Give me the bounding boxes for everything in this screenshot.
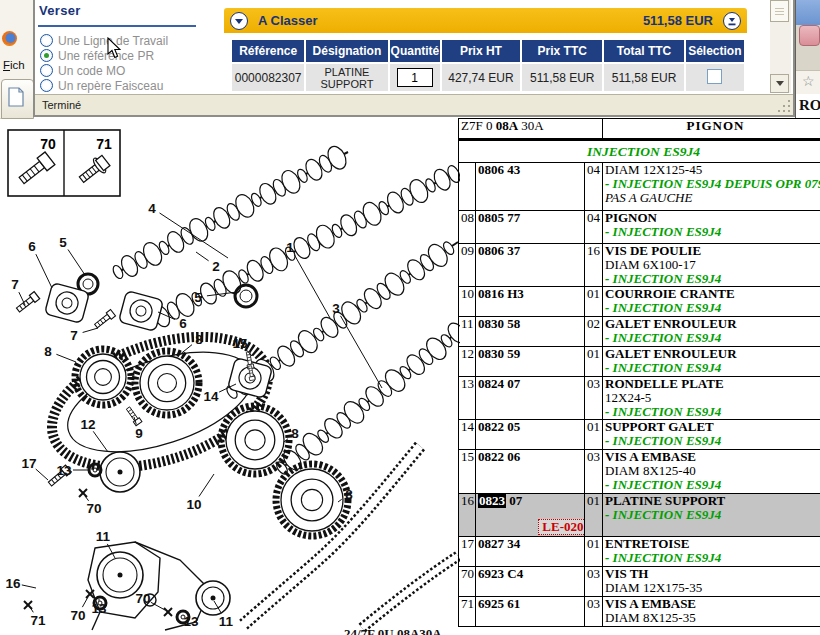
a-classer-panel: A Classer 511,58 EUR Référence Désignati… [224,8,747,93]
part-description: VIS A EMBASEDIAM 8X125-40- INJECTION ES9… [603,450,820,494]
bolt [94,310,116,330]
part-reference[interactable]: 0830 59 [476,347,585,377]
parts-row[interactable]: 160823 07LE-020101PLATINE SUPPORT- INJEC… [459,494,820,537]
part-reference[interactable]: 0822 06 [476,450,585,494]
collapse-icon[interactable] [230,12,248,30]
scrollbar-down-button[interactable] [770,74,789,93]
stop-button[interactable] [799,25,820,46]
cell-total-ttc: 511,58 EUR [604,64,683,91]
a-classer-total: 511,58 EUR [643,13,713,28]
part-reference[interactable]: 0824 07 [476,377,585,420]
scrollbar-thumb[interactable] [770,0,789,22]
callout-leader [82,597,88,607]
parts-row[interactable]: 716925 6103VIS A EMBASEDIAM 8X125-35 [459,597,820,627]
part-reference[interactable]: 0822 05 [476,420,585,450]
radio-option[interactable]: Un code MO [40,63,168,78]
parts-row[interactable]: 150822 0603VIS A EMBASEDIAM 8X125-40- IN… [459,450,820,494]
radio-option[interactable]: Un repère Faisceau [40,78,168,93]
diagram-callout: 2 [212,259,220,274]
part-reference[interactable]: 0827 34 [476,537,585,567]
part-description: SUPPORT GALET- INJECTION ES9J4 [603,420,820,450]
description-line: VIS A EMBASE [605,450,820,464]
part-reference[interactable]: 0816 H3 [476,287,585,317]
selection-checkbox[interactable] [707,69,722,84]
description-line: - INJECTION ES9J4 [605,361,820,375]
callout-leader [294,255,330,318]
part-reference[interactable]: 0806 37 [476,244,585,287]
radio-option[interactable]: Une référence PR [40,48,168,63]
menu-file[interactable]: Fich [3,59,25,71]
dialog-scrollbar[interactable] [770,0,791,93]
radio-button[interactable] [40,34,53,47]
parts-row[interactable]: 100816 H301COURROIE CRANTE- INJECTION ES… [459,287,820,317]
description-line: COURROIE CRANTE [605,287,820,301]
description-line: DIAM 12X125-45 [605,163,820,177]
parts-row[interactable]: 706923 C403VIS THDIAM 12X175-35 [459,567,820,597]
diagram-callout: 16 [5,576,21,591]
parts-row[interactable]: 170827 3401ENTRETOISE- INJECTION ES9J4 [459,537,820,567]
radio-option[interactable]: Une Ligne de Travail [40,33,168,48]
cell-reference: 0000082307 [232,64,304,91]
plate-footer-code: 24/7F 0U 08A30A [344,626,464,635]
parts-row[interactable]: 0806 4304DIAM 12X125-45- INJECTION ES9J4… [459,163,820,211]
parts-table-body: Z7F 0 08A 30A PIGNON INJECTION ES9J4 080… [459,119,820,627]
part-reference[interactable]: 0806 43 [476,163,585,211]
parts-row[interactable]: 140822 0501SUPPORT GALET- INJECTION ES9J… [459,420,820,450]
parts-row[interactable]: 110830 5802GALET ENROULEUR- INJECTION ES… [459,317,820,347]
diagram-callout: 71 [30,613,46,628]
part-reference[interactable]: 0823 07LE-0201 [476,494,585,537]
part-reference[interactable]: 0805 77 [476,211,585,244]
description-line: - INJECTION ES9J4 [605,478,820,492]
bookmark-star-icon[interactable]: ☆ [802,73,815,89]
parts-row[interactable]: 130824 0703RONDELLE PLATE12X24-5- INJECT… [459,377,820,420]
part-quantity: 02 [585,317,603,347]
row-index: 71 [459,597,476,627]
transfer-down-icon[interactable] [723,12,741,30]
seal-ring-inner [83,279,93,289]
description-line: - INJECTION ES9J4 DEPUIS OPR 07973 [605,177,820,191]
parts-row[interactable]: 080805 7704PIGNON- INJECTION ES9J4 [459,211,820,244]
parts-row[interactable]: 090806 3716VIS DE POULIEDIAM 6X100-17- I… [459,244,820,287]
row-index: 16 [459,494,476,537]
radio-button[interactable] [40,49,53,62]
resize-grip[interactable] [778,100,792,114]
part-description: COURROIE CRANTE- INJECTION ES9J4 [603,287,820,317]
radio-button[interactable] [40,79,53,92]
part-reference[interactable]: 6923 C4 [476,567,585,597]
part-quantity: 03 [585,377,603,420]
description-line: - INJECTION ES9J4 [605,508,820,522]
part-quantity: 01 [585,347,603,377]
radio-label: Un code MO [58,64,125,78]
page-icon [8,87,25,107]
bolt [125,406,142,426]
part-description: GALET ENROULEUR- INJECTION ES9J4 [603,317,820,347]
quantity-input[interactable] [397,68,433,87]
description-line: DIAM 6X100-17 [605,258,820,272]
inset-label-71: 71 [96,136,112,152]
diagram-callout: 11 [219,614,234,629]
part-quantity: 03 [585,597,603,627]
seal-ring [235,285,257,307]
a-classer-header[interactable]: A Classer 511,58 EUR [224,8,747,33]
end-cap [45,283,90,324]
parts-header-row: Z7F 0 08A 30A PIGNON [459,119,820,140]
parts-row[interactable]: 120830 5901GALET ENROULEUR- INJECTION ES… [459,347,820,377]
mouse-cursor [107,37,121,59]
description-line: SUPPORT GALET [605,420,820,434]
col-reference: Référence [232,40,304,62]
cell-prix-ttc: 511,58 EUR [522,64,602,91]
diagram-callout: 17 [21,456,36,471]
title-underline [38,25,196,27]
link-tag[interactable]: LE-0201 [538,519,584,535]
part-quantity: 01 [585,537,603,567]
callout-leader [56,354,76,362]
radio-button[interactable] [40,64,53,77]
part-reference[interactable]: 0830 58 [476,317,585,347]
callout-leader [36,254,52,288]
col-designation: Désignation [306,40,387,62]
new-page-toolbar-button[interactable] [1,79,34,119]
description-line: PAS A GAUCHE [605,191,820,205]
cell-designation: PLATINE SUPPORT [306,64,387,91]
bolt [15,292,39,314]
part-reference[interactable]: 6925 61 [476,597,585,627]
